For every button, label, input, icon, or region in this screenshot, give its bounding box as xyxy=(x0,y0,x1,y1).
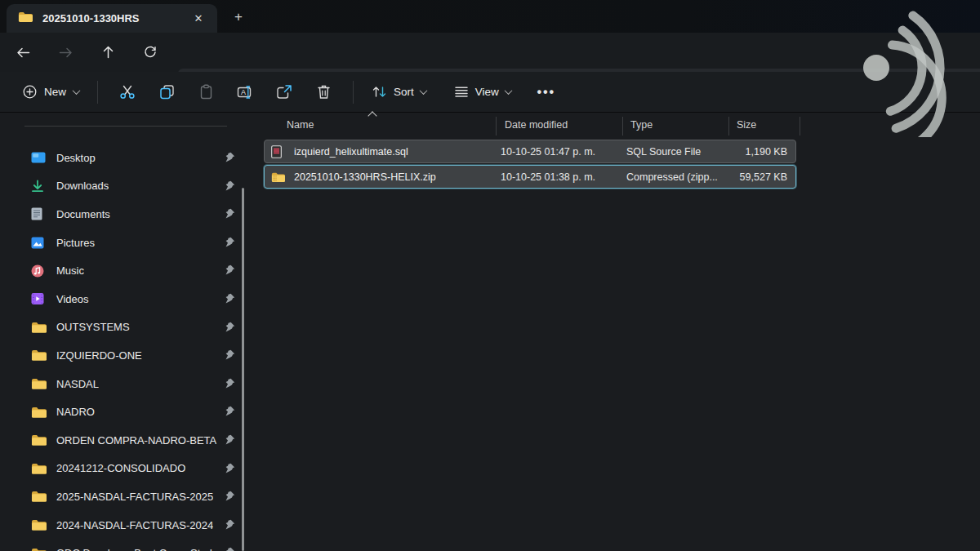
new-button-label: New xyxy=(44,86,66,98)
sidebar-item-documents[interactable]: Documents xyxy=(0,200,247,229)
explorer-tab[interactable]: 20251010-1330HRS ✕ xyxy=(7,4,217,33)
file-date: 10-10-25 01:38 p. m. xyxy=(501,171,595,183)
refresh-button[interactable] xyxy=(136,38,165,67)
rename-button[interactable]: A xyxy=(225,78,265,107)
file-name: izquierd_helixultimate.sql xyxy=(294,146,408,158)
column-header-name[interactable]: Name xyxy=(287,119,314,131)
sidebar-item-label: 2025-NASDAL-FACTURAS-2025 xyxy=(56,491,213,503)
pin-icon xyxy=(225,433,235,448)
up-button[interactable] xyxy=(93,38,122,67)
column-header-date-modified[interactable]: Date modified xyxy=(505,119,568,131)
delete-button[interactable] xyxy=(304,78,343,107)
pin-icon xyxy=(225,462,235,477)
new-button[interactable]: New xyxy=(15,79,87,104)
column-separator[interactable] xyxy=(800,117,800,136)
pin-icon xyxy=(225,349,235,363)
sidebar-item-outsystems[interactable]: OUTSYSTEMS xyxy=(0,313,247,342)
paste-button-disabled[interactable] xyxy=(186,78,225,107)
sidebar-item-music[interactable]: Music xyxy=(0,256,247,285)
folder-icon xyxy=(31,490,47,504)
file-row-sql[interactable]: izquierd_helixultimate.sql 10-10-25 01:4… xyxy=(264,140,796,163)
sidebar-item-label: NASDAL xyxy=(56,378,99,390)
pin-icon xyxy=(225,292,235,307)
cut-scissors-icon xyxy=(119,84,136,100)
sidebar-item-nasdal[interactable]: NASDAL xyxy=(0,370,247,398)
sort-label: Sort xyxy=(394,86,414,98)
sidebar-item-izquierdo-one[interactable]: IZQUIERDO-ONE xyxy=(0,341,247,370)
address-row: Start backup Documents CLIENTES IZQUIERD… xyxy=(0,33,980,72)
view-icon xyxy=(454,86,469,98)
sidebar-item-desktop[interactable]: Desktop xyxy=(0,144,247,172)
pin-icon xyxy=(225,180,235,194)
sidebar-item-label: Downloads xyxy=(56,180,109,192)
up-arrow-icon xyxy=(102,46,114,59)
sidebar-item-2025-nasdal-facturas[interactable]: 2025-NASDAL-FACTURAS-2025 xyxy=(0,482,247,511)
sidebar-item-orden-compra-nadro-beta[interactable]: ORDEN COMPRA-NADRO-BETA xyxy=(0,426,247,455)
new-tab-button[interactable]: + xyxy=(227,7,250,28)
trash-icon xyxy=(317,84,331,100)
pin-icon xyxy=(225,518,235,533)
toolbar-divider xyxy=(353,81,354,104)
sidebar-item-2024-nasdal-facturas[interactable]: 2024-NASDAL-FACTURAS-2024 xyxy=(0,511,247,540)
sidebar-item-label: Music xyxy=(56,264,84,277)
music-icon xyxy=(31,264,47,278)
sidebar-item-nadro[interactable]: NADRO xyxy=(0,398,247,426)
toolbar-divider xyxy=(97,81,98,104)
sidebar-item-label: NADRO xyxy=(56,406,95,418)
title-bar: 20251010-1330HRS ✕ + xyxy=(0,0,980,33)
sidebar-item-odc-developer-boot-camp[interactable]: ODC Developer Boot Camp Student [ xyxy=(0,539,247,551)
share-icon xyxy=(276,84,292,100)
copy-icon xyxy=(159,84,175,100)
folder-icon xyxy=(31,546,47,551)
file-name: 20251010-1330HRS-HELIX.zip xyxy=(294,171,436,183)
sort-dropdown[interactable]: Sort xyxy=(363,79,434,104)
folder-icon xyxy=(31,433,47,447)
pin-icon xyxy=(225,151,235,166)
file-row-zip[interactable]: 20251010-1330HRS-HELIX.zip 10-10-25 01:3… xyxy=(264,165,796,189)
more-options-button[interactable]: ••• xyxy=(531,78,562,107)
sidebar-item-label: Desktop xyxy=(56,152,96,164)
pin-icon xyxy=(225,236,235,251)
downloads-icon xyxy=(31,179,47,193)
pin-icon xyxy=(225,546,235,551)
column-separator[interactable] xyxy=(728,117,729,136)
chevron-down-icon xyxy=(419,87,427,95)
column-separator[interactable] xyxy=(496,117,497,136)
sidebar-item-downloads[interactable]: Downloads xyxy=(0,172,247,201)
folder-icon xyxy=(31,320,47,334)
file-size: 59,527 KB xyxy=(740,171,787,183)
pin-icon xyxy=(225,405,235,420)
sidebar-item-label: Pictures xyxy=(56,237,95,249)
refresh-icon xyxy=(144,46,157,59)
column-header-size[interactable]: Size xyxy=(737,119,756,131)
sidebar-item-20241212-consolidado[interactable]: 20241212-CONSOLIDADO xyxy=(0,455,247,483)
column-header-type[interactable]: Type xyxy=(630,119,653,131)
sidebar-scrollbar[interactable] xyxy=(242,188,244,551)
share-button[interactable] xyxy=(265,78,304,107)
sql-file-icon xyxy=(271,145,286,158)
view-label: View xyxy=(475,86,499,98)
sidebar-item-pictures[interactable]: Pictures xyxy=(0,229,247,257)
forward-button-disabled[interactable] xyxy=(51,38,80,67)
file-type: SQL Source File xyxy=(626,146,701,158)
cut-button[interactable] xyxy=(108,78,147,107)
sort-ascending-icon xyxy=(368,111,376,120)
folder-icon xyxy=(31,518,47,532)
pictures-icon xyxy=(31,236,47,250)
back-button[interactable] xyxy=(8,38,38,67)
column-separator[interactable] xyxy=(622,117,623,136)
documents-icon xyxy=(31,207,47,221)
sidebar-item-label: 20241212-CONSOLIDADO xyxy=(56,462,185,474)
pin-icon xyxy=(225,377,235,392)
paste-clipboard-icon xyxy=(199,84,213,100)
view-dropdown[interactable]: View xyxy=(446,80,519,104)
sidebar-item-label: ODC Developer Boot Camp Student [ xyxy=(56,547,224,551)
tab-close-button[interactable]: ✕ xyxy=(188,9,209,29)
videos-icon xyxy=(31,292,47,306)
sidebar-item-videos[interactable]: Videos xyxy=(0,285,247,313)
command-bar: New A Sort View ••• xyxy=(0,72,980,113)
file-list-pane: Name Date modified Type Size izquierd_he… xyxy=(247,113,980,551)
content-area: Desktop Downloads Documents Pictures xyxy=(0,113,980,551)
copy-button[interactable] xyxy=(147,78,186,107)
new-plus-icon xyxy=(23,85,37,99)
